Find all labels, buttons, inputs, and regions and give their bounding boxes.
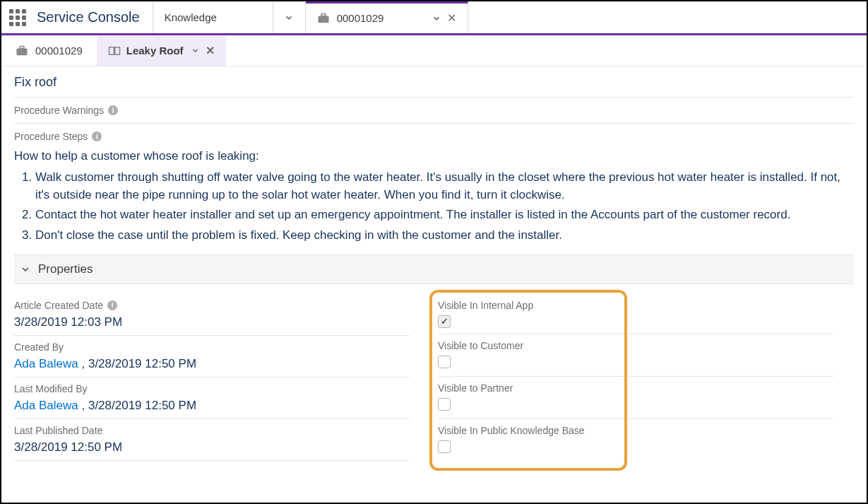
- close-icon[interactable]: ✕: [447, 11, 456, 25]
- procedure-steps-list: Walk customer through shutting off water…: [14, 169, 854, 245]
- procedure-steps-label: Procedure Steps i: [14, 124, 854, 145]
- nav-knowledge-label: Knowledge: [165, 11, 217, 23]
- modified-by-link[interactable]: Ada Balewa: [14, 399, 78, 412]
- svg-rect-0: [318, 16, 328, 23]
- app-name: Service Console: [34, 1, 153, 33]
- field-visible-public: Visible In Public Knowledge Base: [438, 419, 833, 461]
- chevron-down-icon[interactable]: [191, 46, 200, 55]
- field-last-modified-by: Last Modified By Ada Balewa , 3/28/2019 …: [14, 377, 410, 419]
- info-icon[interactable]: i: [92, 131, 102, 141]
- created-by-link[interactable]: Ada Balewa: [14, 357, 78, 370]
- subtab-article-label: Leaky Roof: [126, 45, 184, 57]
- step-item: Don't close the case until the problem i…: [35, 227, 854, 245]
- step-item: Contact the hot water heater installer a…: [35, 206, 854, 224]
- subtab-bar: 00001029 Leaky Roof ✕: [1, 35, 867, 66]
- svg-rect-2: [17, 49, 28, 56]
- app-launcher-icon[interactable]: [1, 1, 34, 33]
- checkbox-visible-customer[interactable]: [438, 356, 451, 368]
- chevron-down-icon: [20, 264, 31, 275]
- procedure-intro: How to help a customer whose roof is lea…: [14, 145, 854, 166]
- subtab-article[interactable]: Leaky Roof ✕: [97, 35, 226, 66]
- checkbox-visible-public[interactable]: [438, 440, 451, 453]
- nav-tab-case[interactable]: 00001029 ✕: [306, 1, 468, 33]
- briefcase-icon: [317, 13, 330, 23]
- subtab-case-label: 00001029: [35, 45, 83, 57]
- properties-grid: Article Created Date i 3/28/2019 12:03 P…: [14, 294, 854, 461]
- field-visible-customer: Visible to Customer: [438, 334, 833, 377]
- briefcase-icon: [16, 45, 28, 56]
- article-content: Fix roof Procedure Warnings i Procedure …: [1, 66, 867, 461]
- properties-header[interactable]: Properties: [14, 254, 854, 284]
- global-header: Service Console Knowledge 00001029 ✕: [1, 1, 867, 35]
- field-visible-partner: Visible to Partner: [438, 377, 833, 419]
- info-icon[interactable]: i: [107, 300, 117, 310]
- checkbox-visible-internal[interactable]: [438, 315, 451, 328]
- field-created-by: Created By Ada Balewa , 3/28/2019 12:50 …: [14, 336, 410, 377]
- chevron-down-icon: [284, 13, 294, 23]
- chevron-down-icon[interactable]: [432, 13, 441, 23]
- nav-item-knowledge[interactable]: Knowledge: [153, 1, 273, 33]
- book-icon: [108, 45, 121, 57]
- svg-rect-1: [321, 14, 326, 16]
- article-title: Fix roof: [14, 74, 854, 98]
- subtab-case[interactable]: 00001029: [4, 35, 94, 66]
- info-icon[interactable]: i: [108, 105, 118, 115]
- svg-rect-3: [20, 47, 24, 49]
- field-visible-internal: Visible In Internal App: [438, 294, 833, 334]
- close-icon[interactable]: ✕: [206, 44, 215, 57]
- svg-rect-4: [109, 47, 114, 54]
- field-last-published-date: Last Published Date 3/28/2019 12:50 PM: [14, 419, 410, 461]
- checkbox-visible-partner[interactable]: [438, 398, 451, 411]
- nav-knowledge-dropdown[interactable]: [273, 1, 306, 33]
- field-article-created-date: Article Created Date i 3/28/2019 12:03 P…: [14, 294, 410, 336]
- procedure-warnings-label: Procedure Warnings i: [14, 98, 854, 124]
- nav-case-label: 00001029: [337, 12, 384, 24]
- step-item: Walk customer through shutting off water…: [35, 169, 854, 204]
- svg-rect-5: [115, 47, 120, 54]
